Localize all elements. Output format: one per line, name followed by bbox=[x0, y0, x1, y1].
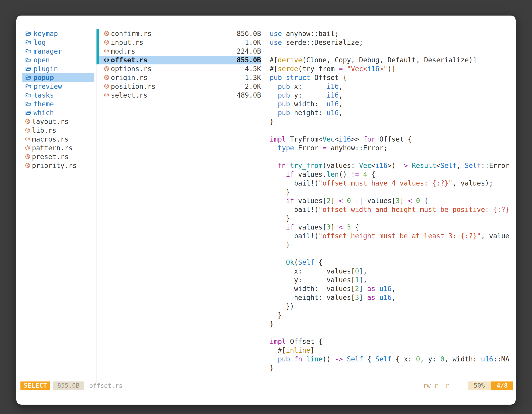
file-row-origin-rs[interactable]: ®origin.rs1.3K bbox=[96, 73, 261, 82]
folder-open-icon bbox=[25, 93, 31, 98]
item-label: lib.rs bbox=[32, 126, 56, 135]
rust-file-icon: ® bbox=[104, 39, 109, 46]
code-line: if values[3] < 3 { bbox=[270, 223, 516, 231]
rust-file-icon: ® bbox=[104, 74, 109, 81]
folder-open-icon bbox=[25, 75, 31, 80]
file-row-options-rs[interactable]: ®options.rs4.5K bbox=[96, 64, 261, 73]
rust-file-icon: ® bbox=[104, 65, 109, 73]
dir-item-manager[interactable]: manager bbox=[22, 47, 94, 56]
item-label: tasks bbox=[34, 91, 54, 99]
status-right-cluster: -rw-r--r-- 50% 4/8 bbox=[419, 382, 513, 390]
rust-file-icon: ® bbox=[25, 153, 30, 161]
item-label: pattern.rs bbox=[32, 144, 73, 152]
folder-open-icon bbox=[25, 49, 31, 54]
file-size: 1.3K bbox=[245, 74, 261, 82]
code-line: }) bbox=[270, 302, 516, 311]
code-line: bail!("offset width and height must be p… bbox=[270, 205, 516, 214]
rust-file-icon: ® bbox=[25, 162, 30, 169]
code-line: height: values[3] as u16, bbox=[270, 293, 516, 302]
code-line: Ok(Self { bbox=[270, 258, 516, 267]
code-line: #[inline] bbox=[270, 346, 516, 355]
item-label: priority.rs bbox=[32, 162, 77, 170]
permissions-text: -rw-r--r-- bbox=[419, 382, 456, 389]
cursor-position-badge: 4/8 bbox=[491, 382, 513, 390]
code-line bbox=[270, 126, 516, 135]
dir-item-plugin[interactable]: plugin bbox=[22, 64, 94, 73]
item-label: theme bbox=[34, 100, 54, 108]
file-manager-window: keymaplogmanageropenpluginpopuppreviewta… bbox=[16, 16, 516, 404]
code-line: } bbox=[270, 188, 516, 196]
code-line bbox=[270, 47, 516, 56]
code-line: pub y: i16, bbox=[270, 91, 516, 100]
item-label: log bbox=[34, 39, 46, 47]
folder-open-icon bbox=[25, 40, 31, 45]
code-line: #[serde(try_from = "Vec<i16>")] bbox=[270, 64, 516, 73]
file-item-priority-rs[interactable]: ®priority.rs bbox=[22, 161, 94, 170]
dir-item-which[interactable]: which bbox=[22, 108, 94, 117]
file-row-mod-rs[interactable]: ®mod.rs224.0B bbox=[96, 47, 261, 56]
code-line: } bbox=[270, 214, 516, 223]
item-label: keymap bbox=[34, 30, 58, 38]
file-item-macros-rs[interactable]: ®macros.rs bbox=[22, 135, 94, 144]
current-pane[interactable]: ®confirm.rs856.0B®input.rs1.0K®mod.rs224… bbox=[96, 29, 266, 382]
file-item-lib-rs[interactable]: ®lib.rs bbox=[22, 126, 94, 135]
dir-item-tasks[interactable]: tasks bbox=[22, 91, 94, 100]
file-row-position-rs[interactable]: ®position.rs2.0K bbox=[96, 82, 261, 91]
dir-item-theme[interactable]: theme bbox=[22, 100, 94, 108]
rust-file-icon: ® bbox=[25, 127, 30, 134]
item-label: select.rs bbox=[111, 91, 147, 99]
status-bar: SELECT 855.0B offset.rs -rw-r--r-- 50% 4… bbox=[20, 382, 513, 390]
code-line: fn try_from(values: Vec<i16>) -> Result<… bbox=[270, 161, 516, 170]
dir-item-popup[interactable]: popup bbox=[22, 73, 94, 82]
preview-pane[interactable]: use anyhow::bail;use serde::Deserialize;… bbox=[266, 29, 516, 382]
code-line: pub fn line() -> Self { Self { x: 0, y: … bbox=[270, 355, 516, 364]
code-line bbox=[270, 249, 516, 258]
item-label: preset.rs bbox=[32, 153, 68, 161]
file-item-layout-rs[interactable]: ®layout.rs bbox=[22, 117, 94, 126]
file-row-select-rs[interactable]: ®select.rs489.0B bbox=[96, 91, 261, 100]
item-label: manager bbox=[34, 47, 62, 55]
item-label: which bbox=[34, 109, 54, 117]
file-row-input-rs[interactable]: ®input.rs1.0K bbox=[96, 38, 261, 47]
item-label: options.rs bbox=[111, 65, 152, 73]
folder-open-icon bbox=[25, 58, 31, 63]
file-row-confirm-rs[interactable]: ®confirm.rs856.0B bbox=[96, 29, 261, 38]
file-row-offset-rs[interactable]: ®offset.rs855.0B bbox=[96, 56, 261, 64]
item-label: position.rs bbox=[111, 82, 156, 90]
item-label: mod.rs bbox=[111, 47, 135, 55]
code-line: bail!("offset height must be at least 3:… bbox=[270, 231, 516, 240]
scroll-percent-badge: 50% bbox=[468, 382, 491, 390]
code-line: } bbox=[270, 240, 516, 249]
code-line: impl TryFrom<Vec<i16>> for Offset { bbox=[270, 135, 516, 144]
code-line bbox=[270, 328, 516, 337]
code-line: if values[2] < 0 || values[3] < 0 { bbox=[270, 196, 516, 205]
code-line: if values.len() != 4 { bbox=[270, 170, 516, 179]
code-line: pub height: u16, bbox=[270, 108, 516, 117]
file-size: 856.0B bbox=[237, 30, 261, 38]
code-line: use anyhow::bail; bbox=[270, 29, 516, 38]
rust-file-icon: ® bbox=[104, 30, 109, 38]
file-size: 855.0B bbox=[237, 56, 261, 64]
code-line: pub x: i16, bbox=[270, 82, 516, 91]
dir-item-open[interactable]: open bbox=[22, 56, 94, 64]
status-filename: offset.rs bbox=[89, 382, 123, 389]
file-item-preset-rs[interactable]: ®preset.rs bbox=[22, 152, 94, 161]
file-size: 2.0K bbox=[245, 82, 261, 90]
rust-file-icon: ® bbox=[25, 144, 30, 152]
item-label: origin.rs bbox=[111, 74, 147, 82]
file-item-pattern-rs[interactable]: ®pattern.rs bbox=[22, 144, 94, 152]
folder-open-icon bbox=[25, 84, 31, 89]
code-line: pub struct Offset { bbox=[270, 73, 516, 82]
dir-item-log[interactable]: log bbox=[22, 38, 94, 47]
code-line: #[derive(Clone, Copy, Debug, Default, De… bbox=[270, 56, 516, 64]
code-line: pub width: u16, bbox=[270, 100, 516, 108]
rust-file-icon: ® bbox=[104, 56, 109, 64]
dir-item-keymap[interactable]: keymap bbox=[22, 29, 94, 38]
rust-file-icon: ® bbox=[104, 48, 109, 55]
parent-pane[interactable]: keymaplogmanageropenpluginpopuppreviewta… bbox=[16, 29, 96, 382]
dir-item-preview[interactable]: preview bbox=[22, 82, 94, 91]
item-label: open bbox=[34, 56, 50, 64]
code-line: } bbox=[270, 364, 516, 372]
file-size: 224.0B bbox=[237, 47, 261, 55]
code-line: impl Offset { bbox=[270, 337, 516, 346]
